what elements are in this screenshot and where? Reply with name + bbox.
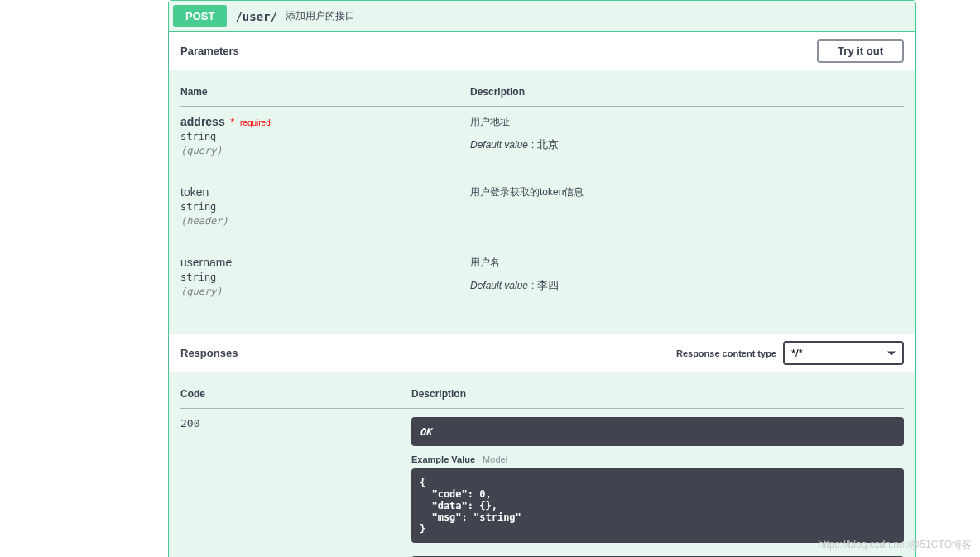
default-value-colon: : — [531, 138, 537, 151]
operation-summary[interactable]: POST /user/ 添加用户的接口 — [169, 1, 915, 32]
response-code: 201 — [180, 548, 411, 557]
param-header-name: Name — [180, 86, 470, 107]
http-method-badge: POST — [173, 5, 227, 27]
example-tabs: Example Value Model — [411, 454, 904, 464]
param-in: (query) — [180, 145, 470, 156]
param-row: username string (query) 用户名 Default valu… — [180, 247, 904, 318]
parameters-title: Parameters — [180, 45, 239, 57]
responses-body: Code Description 200 OK Example Value Mo… — [169, 372, 915, 557]
param-row: token string (header) 用户登录获取的token信息 — [180, 177, 904, 247]
param-in: (query) — [180, 286, 470, 297]
param-header-description: Description — [470, 86, 904, 107]
example-code[interactable]: { "code": 0, "data": {}, "msg": "string"… — [411, 468, 904, 543]
try-it-out-button[interactable]: Try it out — [817, 39, 904, 63]
default-value-label: Default value — [470, 280, 528, 291]
parameters-header: Parameters Try it out — [169, 32, 915, 70]
response-code: 200 — [180, 409, 411, 549]
param-description: 用户名 — [470, 256, 904, 270]
default-value: 李四 — [537, 279, 559, 291]
required-label: required — [240, 118, 271, 127]
response-row: 200 OK Example Value Model { "code": 0, … — [180, 409, 904, 549]
operation-description: 添加用户的接口 — [286, 9, 355, 23]
operation-path: /user/ — [227, 10, 286, 23]
responses-title: Responses — [180, 347, 238, 359]
param-type: string — [180, 128, 470, 145]
param-type: string — [180, 199, 470, 215]
content-type-select-wrap: */* — [783, 341, 904, 365]
param-description: 用户登录获取的token信息 — [470, 185, 904, 199]
content-type-label: Response content type — [676, 348, 776, 358]
param-type: string — [180, 269, 470, 286]
watermark: https://blog.csdn.net/@51CTO博客 — [819, 538, 972, 552]
parameters-body: Name Description address * required stri… — [169, 70, 915, 334]
param-name: address — [180, 115, 225, 128]
response-header-description: Description — [411, 388, 904, 409]
tab-model[interactable]: Model — [478, 454, 507, 464]
param-in: (header) — [180, 215, 470, 227]
default-value-colon: : — [531, 279, 537, 291]
required-star: * — [228, 116, 237, 128]
responses-header: Responses Response content type */* — [169, 334, 915, 372]
operation-block: POST /user/ 添加用户的接口 Parameters Try it ou… — [168, 0, 916, 557]
parameters-table: Name Description address * required stri… — [180, 86, 904, 318]
response-header-code: Code — [180, 388, 411, 409]
responses-table: Code Description 200 OK Example Value Mo… — [180, 388, 904, 557]
response-description: OK — [420, 426, 431, 438]
content-type-select[interactable]: */* — [783, 341, 904, 365]
response-row: 201 Created — [180, 548, 904, 557]
param-description: 用户地址 — [470, 115, 904, 129]
default-value-label: Default value — [470, 139, 528, 151]
param-row: address * required string (query) 用户地址 D… — [180, 107, 904, 178]
default-value: 北京 — [537, 138, 559, 151]
tab-example-value[interactable]: Example Value — [411, 454, 475, 464]
response-description-box: OK — [411, 417, 904, 446]
param-name: token — [180, 185, 209, 199]
param-name: username — [180, 256, 232, 269]
